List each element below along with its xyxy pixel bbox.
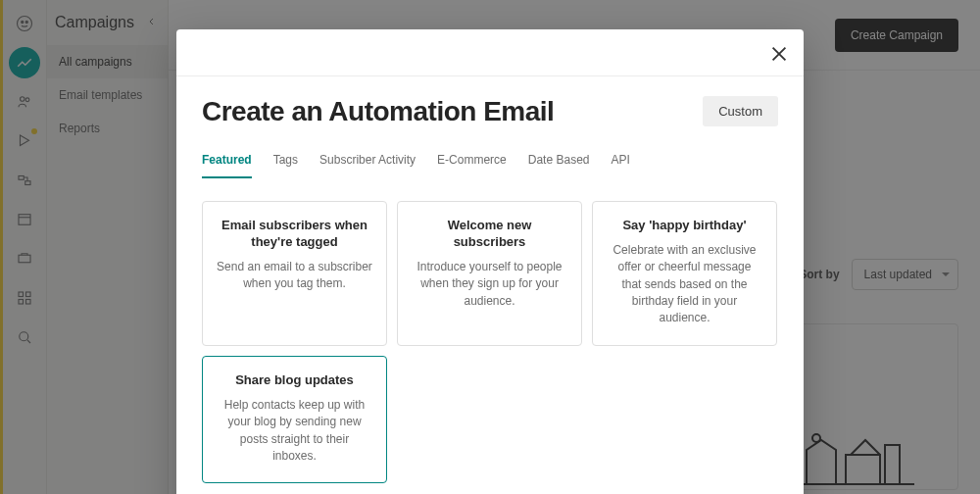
custom-automation-button[interactable]: Custom — [703, 96, 778, 126]
tile-desc: Celebrate with an exclusive offer or che… — [607, 242, 762, 327]
close-icon[interactable] — [768, 43, 790, 65]
tab-subscriber-activity[interactable]: Subscriber Activity — [319, 153, 416, 178]
modal-header — [176, 29, 804, 76]
tile-blog-updates[interactable]: Share blog updates Help contacts keep up… — [202, 356, 387, 483]
tab-api[interactable]: API — [612, 153, 630, 178]
modal-tabs: Featured Tags Subscriber Activity E-Comm… — [202, 153, 778, 179]
tile-desc: Help contacts keep up with your blog by … — [217, 397, 372, 466]
tab-featured[interactable]: Featured — [202, 153, 252, 178]
tab-ecommerce[interactable]: E-Commerce — [437, 153, 507, 178]
tile-title: Welcome new subscribers — [412, 218, 567, 251]
app-root: Campaigns All campaigns Email templates … — [0, 0, 980, 494]
tile-title: Say 'happy birthday' — [607, 218, 762, 234]
tile-welcome[interactable]: Welcome new subscribers Introduce yourse… — [397, 201, 582, 346]
tile-desc: Send an email to a subscriber when you t… — [217, 259, 372, 293]
tile-title: Email subscribers when they're tagged — [217, 218, 372, 251]
tile-title: Share blog updates — [217, 372, 372, 389]
tile-email-tagged[interactable]: Email subscribers when they're tagged Se… — [202, 201, 387, 346]
modal-scrim[interactable]: Create an Automation Email Custom Featur… — [0, 0, 980, 494]
tab-date-based[interactable]: Date Based — [528, 153, 590, 178]
automation-tile-grid: Email subscribers when they're tagged Se… — [202, 201, 778, 483]
tile-birthday[interactable]: Say 'happy birthday' Celebrate with an e… — [592, 201, 777, 346]
tab-tags[interactable]: Tags — [273, 153, 298, 178]
tile-desc: Introduce yourself to people when they s… — [412, 259, 567, 310]
create-automation-modal: Create an Automation Email Custom Featur… — [176, 29, 804, 494]
modal-title: Create an Automation Email — [202, 96, 554, 127]
